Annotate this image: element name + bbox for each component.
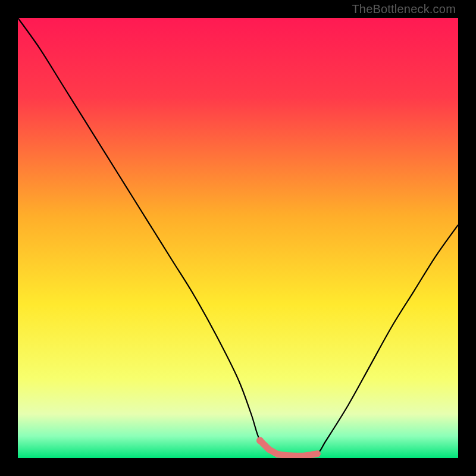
svg-point-3: [274, 451, 281, 458]
svg-point-1: [256, 437, 264, 444]
svg-point-2: [265, 446, 272, 453]
watermark-text: TheBottleneck.com: [352, 2, 456, 16]
optimal-range-markers: [256, 437, 321, 458]
svg-point-8: [314, 450, 321, 457]
chart-frame: TheBottleneck.com: [0, 0, 476, 476]
bottleneck-curve: [18, 18, 458, 458]
plot-area: [18, 18, 458, 458]
